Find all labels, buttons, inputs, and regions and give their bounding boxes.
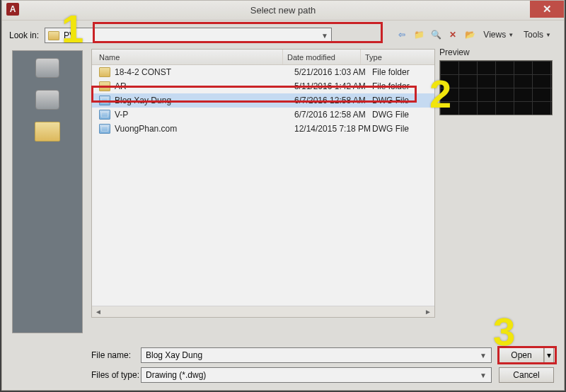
nav-toolbar: ⇦ 📁 🔍 ✕ 📂 Views ▼ Tools ▼ [395,26,554,43]
chevron-down-icon: ▼ [508,32,514,38]
tools-menu[interactable]: Tools ▼ [521,30,554,40]
preview-label: Preview [439,47,553,57]
file-type: DWG File [372,96,434,105]
close-icon: ✕ [543,3,552,16]
file-row[interactable]: 18-4-2 CONST5/21/2016 1:03 AMFile folder [92,65,434,79]
lookin-value: PV [64,30,75,40]
folder-icon [99,81,110,91]
column-date[interactable]: Date modified [283,50,361,64]
filename-input[interactable]: Blog Xay Dung ▼ [141,347,492,363]
chevron-down-icon: ▼ [480,352,487,359]
file-type: DWG File [372,110,434,120]
column-name[interactable]: Name [92,50,283,64]
file-date: 6/7/2016 12:58 AM [294,110,372,120]
column-type[interactable]: Type [361,50,434,64]
scroll-left-icon[interactable]: ◄ [92,308,105,316]
close-button[interactable]: ✕ [530,1,564,18]
window-title: Select new path [250,5,316,16]
folder-icon [99,67,110,77]
file-date: 5/11/2016 1:42 AM [294,81,372,91]
file-list-header: Name Date modified Type [92,50,434,65]
sidebar-item[interactable] [35,58,59,80]
titlebar: A Select new path ✕ [2,1,564,21]
filename-label: File name: [91,350,141,360]
views-label: Views [483,30,506,40]
chevron-down-icon: ▼ [480,371,487,379]
lookin-label: Look in: [9,30,45,40]
preview-canvas [439,60,553,115]
back-button[interactable]: ⇦ [395,28,408,41]
file-type: File folder [372,67,434,77]
file-row[interactable]: VuongPhan.com12/14/2015 7:18 PMDWG File [92,122,434,136]
file-name: 18-4-2 CONST [115,67,294,77]
file-list-body[interactable]: 18-4-2 CONST5/21/2016 1:03 AMFile folder… [92,65,434,136]
dwg-file-icon [99,124,110,134]
app-logo: A [6,3,19,16]
chevron-down-icon: ▼ [321,32,328,40]
file-name: VuongPhan.com [115,124,294,134]
views-menu[interactable]: Views ▼ [480,30,516,40]
up-button[interactable]: 📁 [412,28,425,41]
search-icon[interactable]: 🔍 [429,28,442,41]
places-sidebar [12,50,83,333]
delete-button[interactable]: ✕ [446,28,459,41]
preview-panel: Preview [439,47,553,115]
device-icon [35,90,59,110]
filetype-label: Files of type: [91,370,141,380]
dwg-file-icon [99,110,110,120]
new-folder-button[interactable]: 📂 [463,28,476,41]
annotation-number-3: 3 [493,312,515,352]
file-name: V-P [115,110,294,120]
bottom-panel: File name: Blog Xay Dung ▼ Open ▾ Files … [91,347,554,383]
file-type: DWG File [372,124,434,134]
tools-label: Tools [524,30,543,40]
file-row[interactable]: AR5/11/2016 1:42 AMFile folder [92,79,434,93]
folder-icon [48,31,59,40]
file-date: 12/14/2015 7:18 PM [294,124,372,134]
file-name: Blog Xay Dung [115,96,294,105]
horizontal-scrollbar[interactable]: ◄ ► [92,306,434,317]
sidebar-item[interactable] [35,90,59,112]
file-row[interactable]: Blog Xay Dung6/7/2016 12:58 AMDWG File [92,93,434,108]
file-type: File folder [372,81,434,91]
device-icon [35,58,59,78]
dwg-file-icon [99,96,110,105]
scroll-right-icon[interactable]: ► [422,308,434,316]
chevron-down-icon: ▼ [545,32,551,38]
filetype-combo[interactable]: Drawing (*.dwg) ▼ [141,367,492,383]
lookin-combo[interactable]: PV ▼ [45,28,332,43]
sidebar-item[interactable] [35,122,60,144]
cancel-button[interactable]: Cancel [499,367,554,383]
folder-icon [35,122,60,142]
screenshot-frame: A Select new path ✕ Look in: PV ▼ ⇦ 📁 🔍 … [0,0,566,392]
file-date: 5/21/2016 1:03 AM [294,67,372,77]
file-name: AR [115,81,294,91]
open-button[interactable]: Open [499,347,544,363]
file-row[interactable]: V-P6/7/2016 12:58 AMDWG File [92,108,434,122]
file-date: 6/7/2016 12:58 AM [294,96,372,105]
file-dialog: A Select new path ✕ Look in: PV ▼ ⇦ 📁 🔍 … [1,0,565,391]
open-button-split[interactable]: ▾ [544,347,554,363]
file-list-panel: Name Date modified Type 18-4-2 CONST5/21… [91,49,435,318]
